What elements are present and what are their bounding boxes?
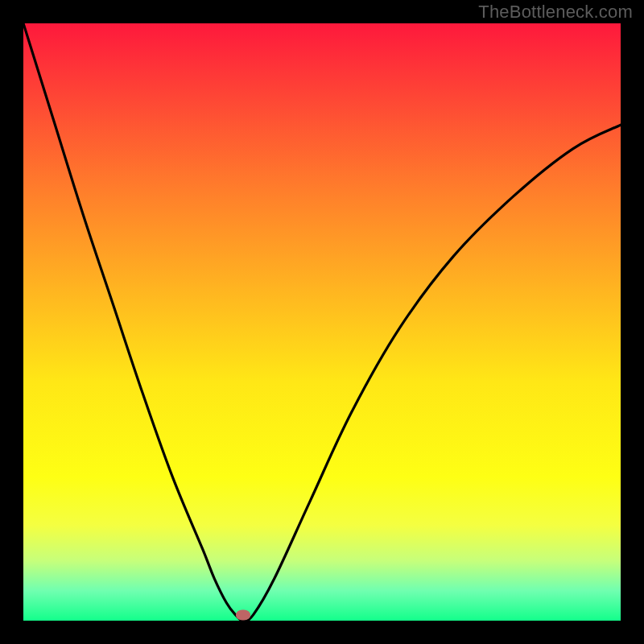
plot-area [23, 23, 621, 621]
chart-frame: TheBottleneck.com [0, 0, 644, 644]
minimum-marker [236, 610, 250, 621]
watermark-text: TheBottleneck.com [478, 2, 633, 23]
bottleneck-curve [23, 23, 621, 621]
